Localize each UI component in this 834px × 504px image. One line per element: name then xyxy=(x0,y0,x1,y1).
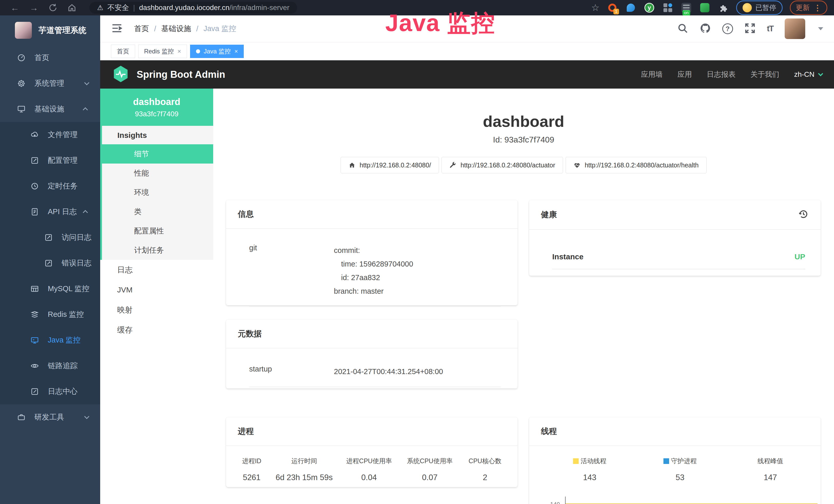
sidebar-item-error-log[interactable]: 错误日志 xyxy=(0,250,100,276)
tab-home[interactable]: 首页 xyxy=(111,45,135,58)
sba-link-journal[interactable]: 日志报表 xyxy=(707,70,736,79)
sba-instance-header[interactable]: dashboard 93a3fc7f7409 xyxy=(100,89,213,126)
sidebar-item-log-center[interactable]: 日志中心 xyxy=(0,379,100,404)
help-icon[interactable]: ? xyxy=(722,23,733,34)
sba-item-caches[interactable]: 缓存 xyxy=(100,320,213,340)
eye-icon xyxy=(30,362,39,370)
sba-item-config-props[interactable]: 配置属性 xyxy=(102,221,213,240)
sba-item-classes[interactable]: 类 xyxy=(102,202,213,221)
threads-stats: 活动线程 143 守护进程 53 线程峰值 147 xyxy=(529,446,821,482)
actuator-url-button[interactable]: http://192.168.0.2:48080/actuator xyxy=(441,157,563,173)
sba-link-applications[interactable]: 应用 xyxy=(678,70,692,79)
process-col-header: CPU核心数 xyxy=(460,457,510,465)
close-icon[interactable]: × xyxy=(177,48,181,55)
health-instance-row[interactable]: Instance UP xyxy=(552,252,805,269)
breadcrumb-infra[interactable]: 基础设施 xyxy=(161,24,191,34)
sba-item-scheduled-tasks[interactable]: 计划任务 xyxy=(102,240,213,260)
security-label[interactable]: 不安全 xyxy=(107,3,129,13)
instance-links: http://192.168.0.2:48080/ http://192.168… xyxy=(213,157,834,173)
sba-link-about[interactable]: 关于我们 xyxy=(750,70,779,79)
sidebar-item-scheduled-jobs[interactable]: 定时任务 xyxy=(0,173,100,199)
history-icon[interactable] xyxy=(798,209,809,221)
font-size-icon[interactable]: tT xyxy=(767,24,773,33)
sidebar-item-label: 访问日志 xyxy=(62,232,91,243)
process-card: 进程 进程ID5261 运行时间6d 23h 15m 59s 进程CPU使用率0… xyxy=(226,417,518,487)
sba-content: dashboard Id: 93a3fc7f7409 http://192.16… xyxy=(213,89,834,504)
sidebar-item-api-log[interactable]: API 日志 xyxy=(0,199,100,225)
git-branch-line: branch: master xyxy=(334,284,413,298)
sba-item-details[interactable]: 细节 xyxy=(102,144,213,164)
breadcrumb-current: Java 监控 xyxy=(203,24,236,34)
tab-java-monitor[interactable]: Java 监控× xyxy=(190,45,244,58)
redis-stack-icon xyxy=(30,310,39,319)
metadata-row-label: startup xyxy=(249,365,334,379)
extension-switch-icon[interactable]: on xyxy=(681,2,692,13)
app-logo-row[interactable]: 芋道管理系统 xyxy=(0,16,100,45)
sidebar-item-redis-monitor[interactable]: Redis 监控 xyxy=(0,302,100,327)
close-icon[interactable]: × xyxy=(234,48,238,55)
sidebar-item-infra[interactable]: 基础设施 xyxy=(0,96,100,122)
url-path[interactable]: /infra/admin-server xyxy=(229,4,289,12)
metadata-row-value: 2021-04-27T00:44:31.254+08:00 xyxy=(334,365,443,379)
sba-item-mappings[interactable]: 映射 xyxy=(100,300,213,320)
sidebar-item-system[interactable]: 系统管理 xyxy=(0,71,100,96)
sidebar-item-mysql-monitor[interactable]: MySQL 监控 xyxy=(0,276,100,302)
reload-icon[interactable] xyxy=(48,3,58,12)
forward-icon[interactable]: → xyxy=(26,3,42,13)
sba-logo-icon[interactable] xyxy=(112,65,129,84)
health-card: 健康 Instance UP xyxy=(529,200,821,276)
extension-leaf-icon[interactable] xyxy=(699,2,710,13)
extension-grid-icon[interactable] xyxy=(662,2,674,13)
active-dot-icon xyxy=(196,49,200,53)
process-col-header: 进程ID xyxy=(234,457,270,465)
hamburger-icon[interactable] xyxy=(111,22,123,35)
sba-brand-title[interactable]: Spring Boot Admin xyxy=(137,69,225,80)
extension-pin-icon[interactable] xyxy=(625,2,636,13)
sidebar-item-java-monitor[interactable]: Java 监控 xyxy=(0,327,100,353)
live-threads-legend-icon xyxy=(573,458,579,464)
tab-redis-monitor[interactable]: Redis 监控× xyxy=(138,45,187,58)
extensions-puzzle-icon[interactable] xyxy=(718,2,729,13)
user-avatar[interactable] xyxy=(785,19,805,39)
github-icon[interactable] xyxy=(700,23,711,35)
bookmark-star-icon[interactable]: ☆ xyxy=(591,2,599,13)
sidebar-item-access-log[interactable]: 访问日志 xyxy=(0,225,100,250)
sidebar-item-label: 系统管理 xyxy=(35,78,64,89)
url-host[interactable]: dashboard.yudao.iocoder.cn xyxy=(139,4,229,12)
on-badge: on xyxy=(682,10,690,16)
sba-item-metrics[interactable]: 性能 xyxy=(102,164,213,183)
sba-link-wallboard[interactable]: 应用墙 xyxy=(641,70,663,79)
update-button[interactable]: 更新⋮ xyxy=(790,1,827,15)
sidebar-item-file-manage[interactable]: 文件管理 xyxy=(0,122,100,147)
browser-menu-icon[interactable]: ⋮ xyxy=(814,3,821,12)
process-card-title: 进程 xyxy=(238,426,254,437)
git-id-line: id: 27aa832 xyxy=(334,271,413,284)
sba-item-jvm[interactable]: JVM xyxy=(100,280,213,300)
sidebar-item-home[interactable]: 首页 xyxy=(0,45,100,71)
sba-language-select[interactable]: zh-CN xyxy=(794,70,822,78)
avatar-caret-icon[interactable] xyxy=(818,27,823,30)
home-nav-icon[interactable] xyxy=(67,3,76,12)
peak-threads-value: 147 xyxy=(725,473,815,482)
page-subtitle: Id: 93a3fc7f7409 xyxy=(213,135,834,144)
health-url-button[interactable]: http://192.168.0.2:48080/actuator/health xyxy=(566,157,706,173)
extension-y-icon[interactable]: y xyxy=(644,2,655,13)
breadcrumb-home[interactable]: 首页 xyxy=(134,24,149,34)
back-icon[interactable]: ← xyxy=(7,3,23,13)
sba-item-environment[interactable]: 环境 xyxy=(102,183,213,202)
fullscreen-icon[interactable] xyxy=(744,23,756,35)
info-card-title: 信息 xyxy=(238,209,254,220)
metadata-card: 元数据 startup 2021-04-27T00:44:31.254+08:0… xyxy=(226,320,518,388)
paused-chip[interactable]: 已暂停 xyxy=(736,1,783,15)
service-url-button[interactable]: http://192.168.0.2:48080/ xyxy=(341,157,439,173)
chevron-up-icon xyxy=(83,210,88,215)
sidebar-item-dev-tools[interactable]: 研发工具 xyxy=(0,404,100,430)
sidebar-item-tracing[interactable]: 链路追踪 xyxy=(0,353,100,379)
address-bar[interactable]: ⚠ 不安全 | dashboard.yudao.iocoder.cn/infra… xyxy=(89,2,297,14)
search-icon[interactable] xyxy=(677,23,688,35)
sba-item-logs[interactable]: 日志 xyxy=(100,260,213,280)
system-cpu-value: 0.07 xyxy=(399,473,460,482)
sidebar-item-config-manage[interactable]: 配置管理 xyxy=(0,147,100,173)
extension-ubuntu-icon[interactable]: 1 xyxy=(607,2,618,13)
access-log-icon xyxy=(44,233,53,242)
